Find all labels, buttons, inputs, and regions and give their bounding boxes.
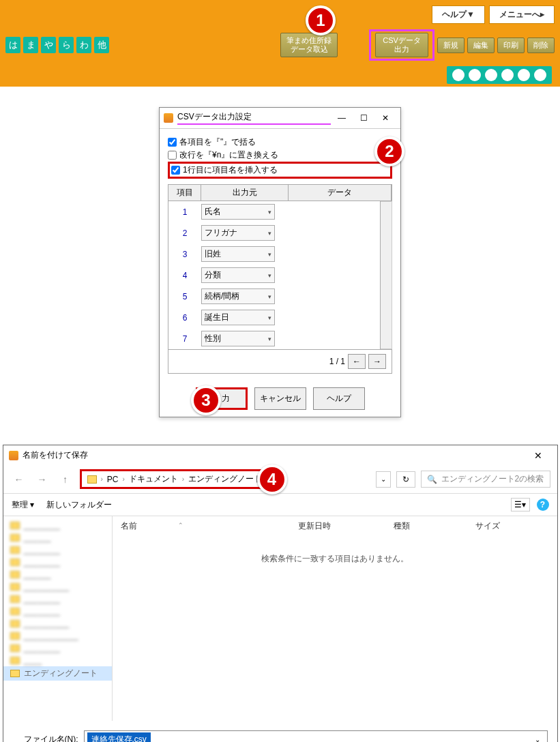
address-dropdown[interactable]: ⌄ (376, 471, 391, 488)
chevron-down-icon: ▾ (268, 293, 271, 300)
search-icon: 🔍 (427, 475, 437, 484)
filename-value: 連絡先保存.csv (87, 732, 151, 742)
field-table: 1氏名▾ 2フリガナ▾ 3旧姓▾ 4分類▾ 5続柄/間柄▾ 6誕生日▾ 7性別▾ (168, 201, 381, 349)
app-toolbar: ヘルプ▼ メニューへ▸ は ま や ら わ 他 筆まめ住所録 データ取込 CSV… (0, 0, 560, 87)
file-list[interactable]: 名前⌃ 更新日時 種類 サイズ 検索条件に一致する項目はありません。 (113, 516, 557, 721)
organize-menu[interactable]: 整理 ▾ (12, 499, 34, 511)
up-button[interactable]: ↑ (57, 471, 74, 488)
chevron-down-icon: ▾ (268, 230, 271, 237)
help-button[interactable]: ヘルプ▼ (432, 5, 485, 24)
next-page-button[interactable]: → (368, 354, 386, 369)
print-button[interactable]: 印刷 (497, 38, 525, 53)
menu-button[interactable]: メニューへ▸ (489, 5, 555, 24)
table-header: 項目 出力元 データ (168, 184, 392, 201)
folder-icon (87, 475, 97, 484)
table-row: 6誕生日▾ (168, 307, 380, 328)
col-size-header[interactable]: サイズ (475, 520, 530, 532)
csv-export-button[interactable]: CSVデータ 出力 (375, 33, 428, 57)
color-swatches (447, 66, 552, 84)
new-folder-button[interactable]: 新しいフォルダー (46, 499, 112, 511)
help-button[interactable]: ヘルプ (313, 387, 365, 410)
annotation-badge-4: 4 (257, 464, 287, 494)
folder-icon (10, 670, 20, 677)
source-select[interactable]: 性別▾ (201, 331, 275, 346)
checkbox-header-row[interactable]: 1行目に項目名を挿入する (171, 164, 389, 177)
sort-indicator-icon: ⌃ (178, 522, 183, 529)
crumb-pc[interactable]: PC (107, 475, 119, 484)
col-index-header: 項目 (168, 185, 201, 201)
chevron-right-icon: › (101, 475, 103, 483)
folder-tree[interactable]: ________ ______ ________ ________ ______… (3, 516, 113, 721)
crumb-folder[interactable]: エンディングノート2 (188, 473, 267, 485)
app-icon (9, 451, 18, 460)
chevron-down-icon: ▾ (268, 314, 271, 321)
kana-tab-ra[interactable]: ら (59, 37, 74, 53)
chevron-down-icon: ▾ (268, 209, 271, 216)
search-placeholder: エンディングノート2の検索 (441, 473, 544, 485)
col-type-header[interactable]: 種類 (394, 520, 475, 532)
kana-tab-wa[interactable]: わ (76, 37, 91, 53)
search-input[interactable]: 🔍 エンディングノート2の検索 (421, 471, 550, 488)
source-select[interactable]: 続柄/間柄▾ (201, 288, 275, 304)
source-select[interactable]: フリガナ▾ (201, 225, 275, 241)
filename-label: ファイル名(N): (13, 734, 78, 742)
delete-button[interactable]: 削除 (527, 38, 555, 53)
edit-button[interactable]: 編集 (467, 38, 495, 53)
checkbox-newline-input[interactable] (168, 151, 177, 160)
col-name-header[interactable]: 名前 (121, 521, 137, 531)
kana-tab-ma[interactable]: ま (23, 37, 38, 53)
close-icon[interactable]: ✕ (374, 110, 396, 125)
source-select[interactable]: 誕生日▾ (201, 310, 275, 325)
source-select[interactable]: 旧姓▾ (201, 246, 275, 262)
checkbox-newline-label: 改行を『¥n』に置き換える (179, 149, 278, 161)
forward-button[interactable]: → (33, 471, 51, 488)
col-date-header[interactable]: 更新日時 (298, 520, 394, 532)
chevron-down-icon: ▾ (268, 272, 271, 279)
view-options-button[interactable]: ☰▾ (511, 498, 530, 511)
kana-tab-ya[interactable]: や (41, 37, 56, 53)
scrollbar[interactable] (381, 201, 392, 349)
checkbox-quote-input[interactable] (168, 138, 177, 147)
maximize-icon[interactable]: ☐ (353, 110, 374, 125)
page-indicator: 1 / 1 (329, 357, 345, 366)
cancel-button[interactable]: キャンセル (254, 387, 306, 410)
new-button[interactable]: 新規 (437, 38, 465, 53)
chevron-down-icon[interactable]: ⌄ (531, 736, 544, 742)
kana-tab-ha[interactable]: は (5, 37, 20, 53)
checkbox-quote-label: 各項目を『"』で括る (179, 136, 256, 148)
empty-message: 検索条件に一致する項目はありません。 (113, 537, 557, 581)
tree-item-selected[interactable]: エンディングノート (3, 666, 112, 681)
annotation-badge-1: 1 (306, 5, 336, 35)
prev-page-button[interactable]: ← (348, 354, 366, 369)
source-select[interactable]: 分類▾ (201, 267, 275, 283)
checkbox-quote[interactable]: 各項目を『"』で括る (168, 136, 392, 149)
minimize-icon[interactable]: — (331, 110, 353, 125)
breadcrumb[interactable]: › PC › ドキュメント › エンディングノート2 › (80, 469, 281, 489)
chevron-down-icon: ▾ (268, 251, 271, 258)
checkbox-header-row-label: 1行目に項目名を挿入する (183, 164, 278, 176)
col-source-header: 出力元 (201, 185, 289, 201)
app-icon (164, 113, 173, 123)
source-select[interactable]: 氏名▾ (201, 204, 275, 220)
chevron-down-icon: ▾ (268, 336, 271, 342)
checkbox-header-row-input[interactable] (171, 166, 180, 175)
checkbox-newline[interactable]: 改行を『¥n』に置き換える (168, 149, 392, 162)
chevron-right-icon: › (123, 475, 125, 483)
dialog-title: CSVデータ出力設定 (177, 111, 331, 125)
table-row: 3旧姓▾ (168, 243, 380, 265)
table-row: 4分類▾ (168, 265, 380, 286)
import-button[interactable]: 筆まめ住所録 データ取込 (280, 33, 338, 57)
filename-input[interactable]: 連絡先保存.csv ⌄ (84, 730, 548, 742)
close-icon[interactable]: ✕ (525, 450, 552, 461)
table-row: 5続柄/間柄▾ (168, 286, 380, 307)
tree-item-label: エンディングノート (24, 668, 98, 679)
back-button[interactable]: ← (10, 471, 28, 488)
file-list-header[interactable]: 名前⌃ 更新日時 種類 サイズ (113, 516, 557, 537)
crumb-documents[interactable]: ドキュメント (129, 473, 178, 485)
kana-tab-other[interactable]: 他 (94, 37, 109, 53)
help-icon[interactable]: ? (537, 499, 549, 511)
csv-export-dialog: CSVデータ出力設定 — ☐ ✕ 各項目を『"』で括る 改行を『¥n』に置き換え… (159, 107, 401, 417)
table-row: 1氏名▾ (168, 201, 380, 222)
refresh-button[interactable]: ↻ (396, 471, 415, 488)
chevron-right-icon: › (182, 475, 184, 483)
